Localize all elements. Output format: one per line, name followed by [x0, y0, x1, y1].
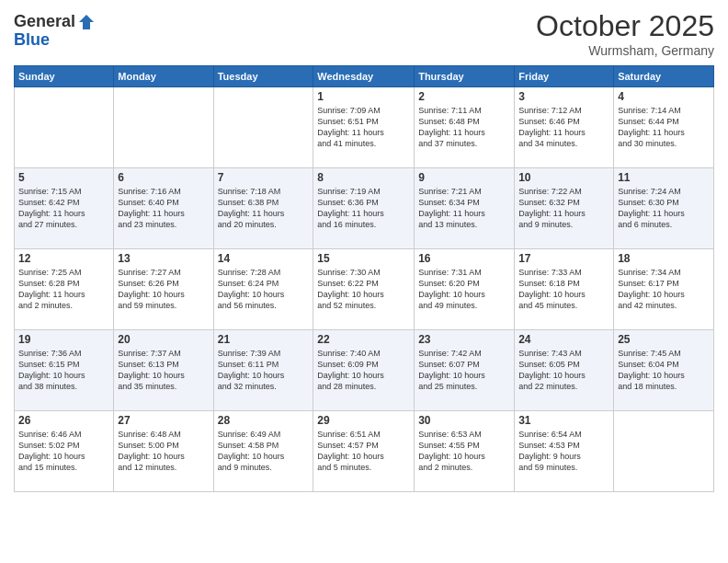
calendar-cell: 27Sunrise: 6:48 AM Sunset: 5:00 PM Dayli… — [114, 411, 213, 492]
day-number: 16 — [418, 252, 510, 265]
day-number: 11 — [618, 171, 710, 184]
day-number: 29 — [317, 414, 410, 427]
day-number: 2 — [418, 90, 510, 103]
calendar-cell — [114, 87, 213, 168]
col-tuesday: Tuesday — [213, 66, 313, 87]
calendar-cell: 6Sunrise: 7:16 AM Sunset: 6:40 PM Daylig… — [114, 168, 213, 249]
day-number: 19 — [18, 333, 109, 346]
day-info: Sunrise: 6:49 AM Sunset: 4:58 PM Dayligh… — [218, 429, 310, 474]
day-number: 28 — [218, 414, 310, 427]
day-info: Sunrise: 7:22 AM Sunset: 6:32 PM Dayligh… — [518, 186, 609, 231]
day-info: Sunrise: 7:09 AM Sunset: 6:51 PM Dayligh… — [317, 105, 410, 150]
calendar-cell: 20Sunrise: 7:37 AM Sunset: 6:13 PM Dayli… — [114, 330, 213, 411]
calendar-cell: 25Sunrise: 7:45 AM Sunset: 6:04 PM Dayli… — [614, 330, 714, 411]
title-block: October 2025 Wurmsham, Germany — [536, 9, 714, 58]
calendar-cell: 14Sunrise: 7:28 AM Sunset: 6:24 PM Dayli… — [213, 249, 313, 330]
day-number: 7 — [218, 171, 310, 184]
calendar-cell — [614, 411, 714, 492]
calendar-cell: 31Sunrise: 6:54 AM Sunset: 4:53 PM Dayli… — [515, 411, 614, 492]
logo-general-text: General — [14, 13, 75, 31]
day-info: Sunrise: 7:14 AM Sunset: 6:44 PM Dayligh… — [618, 105, 710, 150]
day-number: 10 — [518, 171, 609, 184]
day-number: 17 — [518, 252, 609, 265]
day-number: 24 — [518, 333, 609, 346]
day-info: Sunrise: 7:15 AM Sunset: 6:42 PM Dayligh… — [18, 186, 109, 231]
logo: General Blue — [14, 13, 96, 50]
col-sunday: Sunday — [15, 66, 114, 87]
day-info: Sunrise: 6:51 AM Sunset: 4:57 PM Dayligh… — [317, 429, 410, 474]
calendar-cell: 30Sunrise: 6:53 AM Sunset: 4:55 PM Dayli… — [415, 411, 515, 492]
calendar-table: Sunday Monday Tuesday Wednesday Thursday… — [14, 65, 714, 492]
col-thursday: Thursday — [415, 66, 515, 87]
day-info: Sunrise: 7:21 AM Sunset: 6:34 PM Dayligh… — [418, 186, 510, 231]
day-info: Sunrise: 7:34 AM Sunset: 6:17 PM Dayligh… — [618, 267, 710, 312]
day-number: 1 — [317, 90, 410, 103]
col-friday: Friday — [515, 66, 614, 87]
day-info: Sunrise: 7:16 AM Sunset: 6:40 PM Dayligh… — [118, 186, 209, 231]
day-info: Sunrise: 7:36 AM Sunset: 6:15 PM Dayligh… — [18, 348, 109, 393]
day-info: Sunrise: 7:33 AM Sunset: 6:18 PM Dayligh… — [518, 267, 609, 312]
day-number: 25 — [618, 333, 710, 346]
calendar-cell: 18Sunrise: 7:34 AM Sunset: 6:17 PM Dayli… — [614, 249, 714, 330]
location-subtitle: Wurmsham, Germany — [536, 43, 714, 58]
day-number: 12 — [18, 252, 109, 265]
day-number: 13 — [118, 252, 209, 265]
col-saturday: Saturday — [614, 66, 714, 87]
day-info: Sunrise: 6:54 AM Sunset: 4:53 PM Dayligh… — [518, 429, 609, 474]
calendar-cell: 23Sunrise: 7:42 AM Sunset: 6:07 PM Dayli… — [415, 330, 515, 411]
day-number: 15 — [317, 252, 410, 265]
day-info: Sunrise: 7:31 AM Sunset: 6:20 PM Dayligh… — [418, 267, 510, 312]
header: General Blue October 2025 Wurmsham, Germ… — [14, 9, 714, 58]
day-number: 3 — [518, 90, 609, 103]
calendar-cell: 8Sunrise: 7:19 AM Sunset: 6:36 PM Daylig… — [313, 168, 415, 249]
day-number: 8 — [317, 171, 410, 184]
calendar-cell — [213, 87, 313, 168]
calendar-cell: 2Sunrise: 7:11 AM Sunset: 6:48 PM Daylig… — [415, 87, 515, 168]
calendar-cell: 19Sunrise: 7:36 AM Sunset: 6:15 PM Dayli… — [15, 330, 114, 411]
month-title: October 2025 — [536, 9, 714, 43]
day-number: 4 — [618, 90, 710, 103]
calendar-cell: 4Sunrise: 7:14 AM Sunset: 6:44 PM Daylig… — [614, 87, 714, 168]
day-info: Sunrise: 7:40 AM Sunset: 6:09 PM Dayligh… — [317, 348, 410, 393]
col-monday: Monday — [114, 66, 213, 87]
day-info: Sunrise: 7:43 AM Sunset: 6:05 PM Dayligh… — [518, 348, 609, 393]
calendar-week-5: 26Sunrise: 6:46 AM Sunset: 5:02 PM Dayli… — [15, 411, 714, 492]
calendar-week-3: 12Sunrise: 7:25 AM Sunset: 6:28 PM Dayli… — [15, 249, 714, 330]
day-info: Sunrise: 7:39 AM Sunset: 6:11 PM Dayligh… — [218, 348, 310, 393]
calendar-cell: 28Sunrise: 6:49 AM Sunset: 4:58 PM Dayli… — [213, 411, 313, 492]
day-info: Sunrise: 6:53 AM Sunset: 4:55 PM Dayligh… — [418, 429, 510, 474]
day-info: Sunrise: 6:46 AM Sunset: 5:02 PM Dayligh… — [18, 429, 109, 474]
calendar-cell: 26Sunrise: 6:46 AM Sunset: 5:02 PM Dayli… — [15, 411, 114, 492]
calendar-week-2: 5Sunrise: 7:15 AM Sunset: 6:42 PM Daylig… — [15, 168, 714, 249]
day-number: 31 — [518, 414, 609, 427]
logo-icon — [77, 13, 96, 31]
calendar-cell: 10Sunrise: 7:22 AM Sunset: 6:32 PM Dayli… — [515, 168, 614, 249]
day-info: Sunrise: 6:48 AM Sunset: 5:00 PM Dayligh… — [118, 429, 209, 474]
calendar-cell: 11Sunrise: 7:24 AM Sunset: 6:30 PM Dayli… — [614, 168, 714, 249]
calendar-week-4: 19Sunrise: 7:36 AM Sunset: 6:15 PM Dayli… — [15, 330, 714, 411]
page-container: General Blue October 2025 Wurmsham, Germ… — [0, 0, 728, 501]
calendar-cell: 15Sunrise: 7:30 AM Sunset: 6:22 PM Dayli… — [313, 249, 415, 330]
calendar-header-row: Sunday Monday Tuesday Wednesday Thursday… — [15, 66, 714, 87]
calendar-cell: 9Sunrise: 7:21 AM Sunset: 6:34 PM Daylig… — [415, 168, 515, 249]
day-info: Sunrise: 7:18 AM Sunset: 6:38 PM Dayligh… — [218, 186, 310, 231]
calendar-cell: 22Sunrise: 7:40 AM Sunset: 6:09 PM Dayli… — [313, 330, 415, 411]
calendar-cell: 3Sunrise: 7:12 AM Sunset: 6:46 PM Daylig… — [515, 87, 614, 168]
calendar-cell — [15, 87, 114, 168]
day-number: 22 — [317, 333, 410, 346]
day-number: 18 — [618, 252, 710, 265]
day-info: Sunrise: 7:42 AM Sunset: 6:07 PM Dayligh… — [418, 348, 510, 393]
day-info: Sunrise: 7:27 AM Sunset: 6:26 PM Dayligh… — [118, 267, 209, 312]
day-info: Sunrise: 7:25 AM Sunset: 6:28 PM Dayligh… — [18, 267, 109, 312]
day-number: 20 — [118, 333, 209, 346]
calendar-cell: 12Sunrise: 7:25 AM Sunset: 6:28 PM Dayli… — [15, 249, 114, 330]
day-number: 27 — [118, 414, 209, 427]
day-info: Sunrise: 7:19 AM Sunset: 6:36 PM Dayligh… — [317, 186, 410, 231]
day-number: 30 — [418, 414, 510, 427]
calendar-cell: 21Sunrise: 7:39 AM Sunset: 6:11 PM Dayli… — [213, 330, 313, 411]
day-info: Sunrise: 7:30 AM Sunset: 6:22 PM Dayligh… — [317, 267, 410, 312]
calendar-cell: 13Sunrise: 7:27 AM Sunset: 6:26 PM Dayli… — [114, 249, 213, 330]
day-number: 21 — [218, 333, 310, 346]
calendar-cell: 5Sunrise: 7:15 AM Sunset: 6:42 PM Daylig… — [15, 168, 114, 249]
calendar-week-1: 1Sunrise: 7:09 AM Sunset: 6:51 PM Daylig… — [15, 87, 714, 168]
